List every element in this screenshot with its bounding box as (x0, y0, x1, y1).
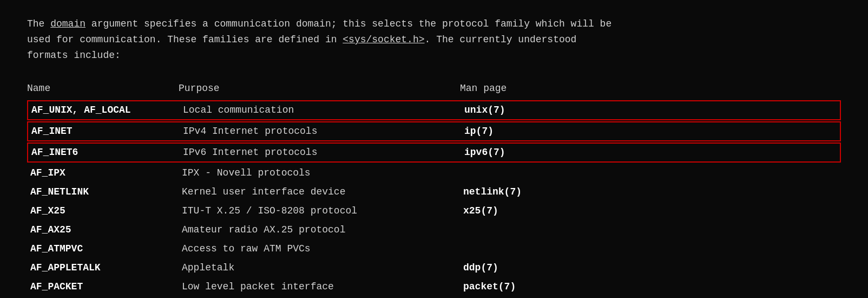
col-manpage: unix(7) (464, 103, 600, 118)
table-row: AF_INET6IPv6 Internet protocolsipv6(7) (27, 142, 841, 163)
col-manpage: ipv6(7) (464, 145, 600, 160)
col-name: AF_PACKET (30, 280, 182, 294)
col-purpose: Low level packet interface (182, 280, 463, 294)
col-name: AF_NETLINK (30, 185, 182, 199)
table-row: AF_APPLETALKAppletalkddp(7) (27, 258, 841, 277)
col-purpose: Appletalk (182, 261, 463, 275)
col-name: AF_UNIX, AF_LOCAL (31, 103, 183, 118)
header-manpage: Man page (460, 81, 595, 96)
table-row: AF_X25ITU-T X.25 / ISO-8208 protocolx25(… (27, 202, 841, 221)
intro-paragraph: The domain argument specifies a communic… (27, 16, 841, 63)
col-purpose: ITU-T X.25 / ISO-8208 protocol (182, 204, 463, 218)
col-manpage (463, 223, 599, 237)
sys-socket-link[interactable]: <sys/socket.h> (343, 34, 424, 45)
table-row: AF_NETLINKKernel user interface devicene… (27, 183, 841, 202)
col-manpage: netlink(7) (463, 185, 599, 199)
col-purpose: Amateur radio AX.25 protocol (182, 223, 463, 237)
col-purpose: Local communication (183, 103, 464, 118)
col-manpage: ddp(7) (463, 261, 599, 275)
col-purpose: Kernel user interface device (182, 185, 463, 199)
table-row: AF_PACKETLow level packet interfacepacke… (27, 277, 841, 296)
col-name: AF_INET (31, 124, 183, 139)
header-purpose: Purpose (179, 81, 460, 96)
intro-line3: formats include: (27, 50, 121, 61)
table-row: AF_AX25Amateur radio AX.25 protocol (27, 221, 841, 239)
col-name: AF_IPX (30, 166, 182, 180)
col-purpose: IPX - Novell protocols (182, 166, 463, 180)
col-purpose: Access to raw ATM PVCs (182, 242, 463, 256)
table-row: AF_IPXIPX - Novell protocols (27, 164, 841, 183)
header-name: Name (27, 81, 179, 96)
table-row: AF_UNIX, AF_LOCALLocal communicationunix… (27, 100, 841, 120)
protocol-table: Name Purpose Man page AF_UNIX, AF_LOCALL… (27, 79, 841, 296)
col-name: AF_INET6 (31, 145, 183, 160)
col-purpose: IPv4 Internet protocols (183, 124, 464, 139)
col-name: AF_X25 (30, 204, 182, 218)
col-purpose: IPv6 Internet protocols (183, 145, 464, 160)
col-name: AF_APPLETALK (30, 261, 182, 275)
col-manpage: ip(7) (464, 124, 600, 139)
intro-line2: used for communication. These families a… (27, 34, 576, 45)
table-rows: AF_UNIX, AF_LOCALLocal communicationunix… (27, 100, 841, 296)
table-row: AF_ATMPVCAccess to raw ATM PVCs (27, 239, 841, 258)
intro-line1: The domain argument specifies a communic… (27, 18, 611, 29)
table-row: AF_INETIPv4 Internet protocolsip(7) (27, 121, 841, 141)
col-manpage (463, 242, 599, 256)
table-header-row: Name Purpose Man page (27, 79, 841, 98)
col-manpage: packet(7) (463, 280, 599, 294)
col-manpage (463, 166, 599, 180)
col-name: AF_AX25 (30, 223, 182, 237)
domain-link[interactable]: domain (50, 18, 86, 29)
col-manpage: x25(7) (463, 204, 599, 218)
col-name: AF_ATMPVC (30, 242, 182, 256)
